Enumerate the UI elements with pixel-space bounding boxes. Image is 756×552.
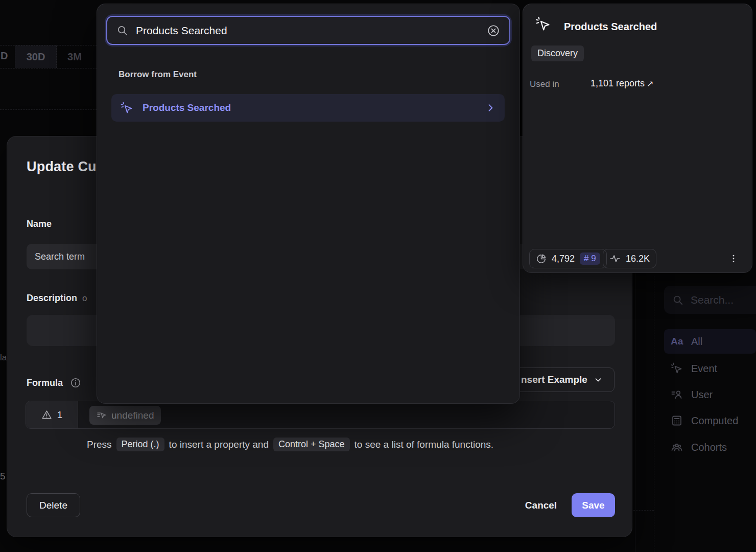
formula-chip-label: undefined: [111, 410, 154, 421]
insert-example-label: nsert Example: [521, 374, 587, 385]
used-in-reports-link[interactable]: 1,101 reports↗: [590, 78, 653, 89]
warning-icon: [41, 409, 52, 420]
hint-text: to see a list of formula functions.: [355, 439, 493, 450]
cohorts-icon: [671, 441, 683, 453]
result-products-searched[interactable]: Products Searched: [111, 94, 505, 122]
events-count-value: 4,792: [552, 254, 575, 264]
insert-example-button[interactable]: nsert Example: [505, 367, 615, 392]
property-search-dropdown: Borrow from Event Products Searched: [97, 4, 519, 403]
search-icon: [116, 25, 128, 36]
formula-editor[interactable]: 1 undefined: [26, 401, 615, 429]
name-label: Name: [27, 219, 52, 229]
event-icon: [535, 16, 551, 32]
formula-property-chip[interactable]: undefined: [89, 406, 161, 425]
formula-error-counter: 1: [26, 401, 78, 428]
events-count-stat[interactable]: 4,792 # 9: [529, 249, 607, 268]
pie-chart-icon: [536, 254, 547, 264]
search-icon: [672, 294, 683, 306]
sidebar-filter-label: Computed: [691, 415, 738, 427]
description-label-row: Description o: [27, 293, 87, 304]
kbd-period: Period (.): [116, 438, 164, 451]
rank-badge: # 9: [580, 252, 600, 265]
sidebar-search-placeholder: Search...: [691, 294, 734, 306]
chart-axis-fragment: 5: [0, 471, 6, 482]
clear-search-button[interactable]: [487, 24, 500, 37]
cancel-button[interactable]: Cancel: [518, 493, 564, 517]
app-screen: D 30D 3M lay 5 Search... Aa All Event Us…: [0, 0, 756, 552]
category-badge: Discovery: [531, 45, 584, 61]
formula-hint: Press Period (.) to insert a property an…: [87, 438, 493, 451]
error-count: 1: [57, 409, 63, 421]
description-label: Description: [27, 293, 77, 304]
sidebar-filter-user[interactable]: User: [664, 382, 756, 407]
kbd-control-space: Control + Space: [273, 438, 350, 451]
save-button[interactable]: Save: [572, 493, 615, 517]
hint-text: Press: [87, 439, 112, 450]
event-info-card: Products Searched Discovery Used in 1,10…: [523, 4, 752, 272]
backdrop-panel-edge-bottom: [633, 510, 654, 511]
result-label: Products Searched: [143, 102, 231, 113]
sidebar-filter-label: User: [691, 389, 713, 401]
search-field[interactable]: [106, 16, 510, 45]
formula-label: Formula: [27, 378, 63, 388]
backdrop-divider: [0, 109, 97, 110]
sidebar-filter-label: Cohorts: [691, 442, 727, 453]
sidebar-filter-all[interactable]: Aa All: [664, 329, 756, 354]
volume-value: 16.2K: [626, 254, 650, 264]
sidebar-filter-computed[interactable]: Computed: [664, 408, 756, 433]
external-link-icon: ↗: [647, 79, 653, 88]
sidebar-search-input[interactable]: Search...: [664, 286, 756, 314]
description-optional-fragment: o: [82, 293, 87, 304]
kebab-menu-icon: [728, 252, 739, 265]
time-range-3m-button[interactable]: 3M: [57, 45, 92, 68]
delete-button[interactable]: Delete: [27, 493, 80, 517]
info-icon[interactable]: [70, 377, 81, 388]
event-title: Products Searched: [564, 21, 657, 33]
time-range-prev-fragment[interactable]: D: [1, 50, 9, 62]
used-in-label: Used in: [530, 79, 559, 89]
modal-title: Update Cu: [27, 159, 97, 175]
section-header: Borrow from Event: [119, 70, 197, 80]
hint-text: to insert a property and: [169, 439, 269, 450]
reports-count: 1,101 reports: [590, 78, 645, 88]
sidebar-filter-label: All: [691, 336, 702, 348]
formula-label-row: Formula: [27, 377, 81, 388]
time-range-30d-button[interactable]: 30D: [15, 45, 57, 68]
user-icon: [671, 388, 683, 401]
sidebar-filter-cohorts[interactable]: Cohorts: [664, 435, 756, 459]
sidebar-filter-label: Event: [691, 363, 717, 375]
more-options-button[interactable]: [725, 250, 742, 267]
volume-stat[interactable]: 16.2K: [603, 249, 656, 268]
aa-icon: Aa: [671, 336, 683, 347]
computed-icon: [671, 415, 683, 427]
event-icon: [121, 102, 133, 114]
time-range-toolbar: D 30D 3M: [0, 45, 97, 68]
activity-icon: [609, 253, 621, 264]
sidebar-filter-event[interactable]: Event: [664, 356, 756, 381]
chevron-down-icon: [594, 375, 603, 384]
chevron-right-icon: [485, 103, 495, 113]
search-input[interactable]: [136, 25, 479, 37]
circle-x-icon: [487, 24, 500, 37]
event-icon: [671, 362, 683, 375]
sidebar-panel-edge: [654, 276, 654, 552]
event-property-icon: [97, 410, 107, 421]
